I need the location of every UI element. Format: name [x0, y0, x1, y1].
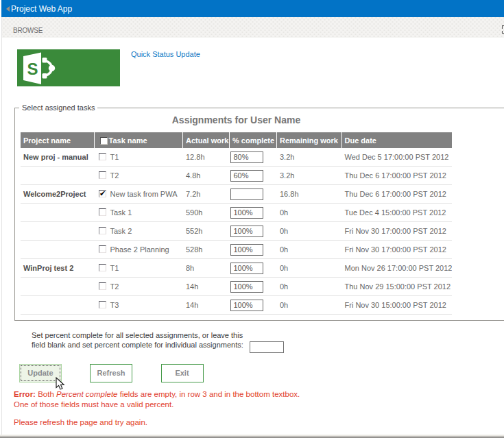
svg-text:S: S — [27, 60, 38, 78]
